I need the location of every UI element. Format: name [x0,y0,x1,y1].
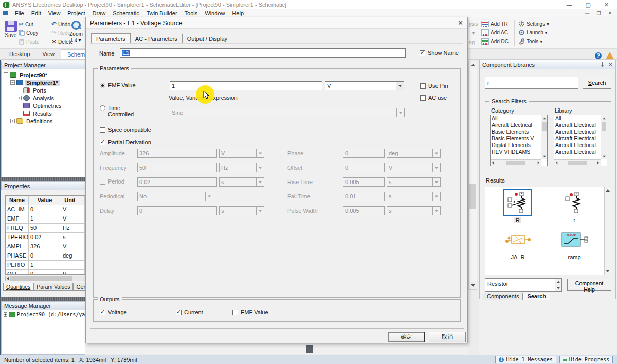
mdi-close-button[interactable]: ✕ [608,11,612,16]
ac-use-checkbox[interactable]: AC use [420,95,447,101]
component-result-ramp[interactable]: RAMPramp [546,226,603,260]
minimize-button[interactable]: — [566,1,572,9]
ribbon-tab-view[interactable]: View [36,49,61,59]
dropdown-arrow-icon[interactable] [432,192,440,201]
partial-derivation-checkbox[interactable]: ✓Partial Derivation [100,139,151,145]
field-unit-delay[interactable]: s [219,206,264,215]
save-button[interactable]: Save [2,20,20,38]
component-result-ja_r[interactable]: JA_R [489,226,546,260]
component-help-button[interactable]: Component Help [567,279,611,291]
property-row-freq[interactable]: FREQ50Hz [6,224,85,233]
schematic-hscrollbar[interactable] [85,344,468,354]
tree-item-project90[interactable]: −Project90* [4,71,85,79]
library-item[interactable]: Aircraft Electrical [554,149,601,155]
property-row-ac_im[interactable]: AC_IM0V [6,205,85,214]
hide-messages-button[interactable]: i Hide 1 Messages [495,356,556,363]
scroll-up-button[interactable] [469,61,477,69]
dropdown-arrow-icon[interactable] [256,178,264,186]
menu-draw[interactable]: Draw [89,10,110,16]
tree-item-simplorer1[interactable]: −Simplorer1* [4,79,85,86]
property-row-perio[interactable]: PERIO1 [6,261,85,270]
library-vscrollbar[interactable] [601,115,607,159]
menu-file[interactable]: File [11,10,28,16]
property-row-ampl[interactable]: AMPL326V [6,242,85,251]
field-input-delay[interactable]: 0 [137,206,217,215]
scroll-up-button[interactable] [601,115,607,121]
period-checkbox[interactable]: Period [100,178,124,185]
expander-icon[interactable]: + [10,119,15,123]
library-item[interactable]: Aircraft Electrical [554,129,601,135]
library-hscrollbar[interactable] [554,159,601,166]
field-unit-offset[interactable]: V [387,163,441,172]
field-input-phase[interactable]: 0 [343,149,385,158]
scroll-up-button[interactable] [541,115,547,121]
category-item[interactable]: Basic Elements V [491,135,541,142]
dropdown-arrow-icon[interactable] [432,163,440,172]
dropdown-arrow-icon[interactable] [256,163,264,172]
component-thumbnail-ramp[interactable]: RAMP [560,226,589,253]
field-input-frequency[interactable]: 50 [137,163,217,172]
library-item[interactable]: All [554,115,601,122]
property-row-tperio[interactable]: TPERIO0.02s [6,233,85,242]
field-input-pulse-width[interactable]: 0.005 [343,206,385,215]
time-controlled-radio[interactable]: TimeControlled [100,105,134,117]
message-item[interactable]: + Project90 (d:/Users/yanbin [4,312,85,317]
field-unit-fall-time[interactable]: s [387,192,441,201]
panel-splitter[interactable] [0,177,85,181]
field-input-rise-time[interactable]: 0.005 [343,177,385,187]
dialog-close-icon[interactable]: ✕ [458,19,463,27]
use-pin-checkbox[interactable]: Use Pin [420,83,448,89]
category-item[interactable]: Basic Elements [491,129,541,135]
category-item[interactable]: HEV VHDLAMS [491,149,541,155]
description-spinner[interactable] [555,279,561,291]
menu-tools[interactable]: Tools [181,10,202,16]
category-item[interactable]: All [491,115,541,122]
close-button[interactable]: ✕ [604,1,609,9]
time-type-combo[interactable]: Sine [170,108,405,117]
category-listbox[interactable]: AllAircraft ElectricalBasic ElementsBasi… [490,115,548,166]
category-vscrollbar[interactable] [541,115,547,159]
name-input[interactable]: E1 [120,48,406,58]
settings-button[interactable]: Settings ▾ [518,20,549,28]
field-unit-amplitude[interactable]: V [219,149,264,158]
field-unit-frequency[interactable]: Hz [219,163,264,172]
menu-window[interactable]: Window [201,10,228,16]
zoom-fit-button[interactable]: Zoom Fit ▾ [67,19,85,43]
mdi-restore-button[interactable]: ❐ [596,11,601,16]
expander-icon[interactable]: + [17,96,22,100]
hscroll-thumb[interactable] [306,345,313,353]
emf-unit-combo[interactable]: V [325,81,404,90]
cancel-button[interactable]: 取消 [429,332,466,342]
properties-tab-quantities[interactable]: Quantities [3,283,33,291]
dropdown-arrow-icon[interactable] [256,207,264,215]
dialog-tab-ac-parameters[interactable]: AC - Parameters [131,34,183,43]
maximize-button[interactable]: ▢ [585,1,590,9]
tree-item-ports[interactable]: Ports [4,86,85,94]
field-unit-phase[interactable]: deg [387,149,441,158]
properties-hscrollbar[interactable] [5,276,85,281]
dropdown-arrow-icon[interactable] [432,149,440,157]
dropdown-arrow-icon[interactable] [396,82,404,90]
vscroll-thumb[interactable] [469,184,476,209]
search-input[interactable] [485,77,578,89]
add-ac-button[interactable]: Add AC [481,28,508,37]
panel-splitter-2[interactable] [0,297,85,301]
output-checkbox-voltage[interactable]: ✓Voltage [100,309,127,315]
tools-button[interactable]: Tools ▾ [518,37,542,45]
menu-view[interactable]: View [45,10,64,16]
menu-edit[interactable]: Edit [28,10,45,16]
property-row-phase[interactable]: PHASE0deg [6,251,85,261]
hide-progress-button[interactable]: Hide Progress [559,356,613,363]
property-row-off[interactable]: OFF0V [6,270,85,275]
output-checkbox-emf-value[interactable]: EMF Value [232,309,268,315]
scroll-down-button[interactable] [469,282,477,289]
panel-tab-components[interactable]: Components [483,293,523,300]
field-unit-pulse-width[interactable]: s [387,206,441,215]
ok-button[interactable]: 确定 [388,332,425,342]
scroll-down-button[interactable] [601,153,607,159]
dialog-tab-parameters[interactable]: Parameters [91,33,131,43]
library-item[interactable]: Aircraft Electrical [554,135,601,142]
menu-twin-builder[interactable]: Twin Builder [143,10,181,16]
paste-button[interactable]: Paste [19,38,40,46]
pin-icon[interactable] [600,62,605,67]
